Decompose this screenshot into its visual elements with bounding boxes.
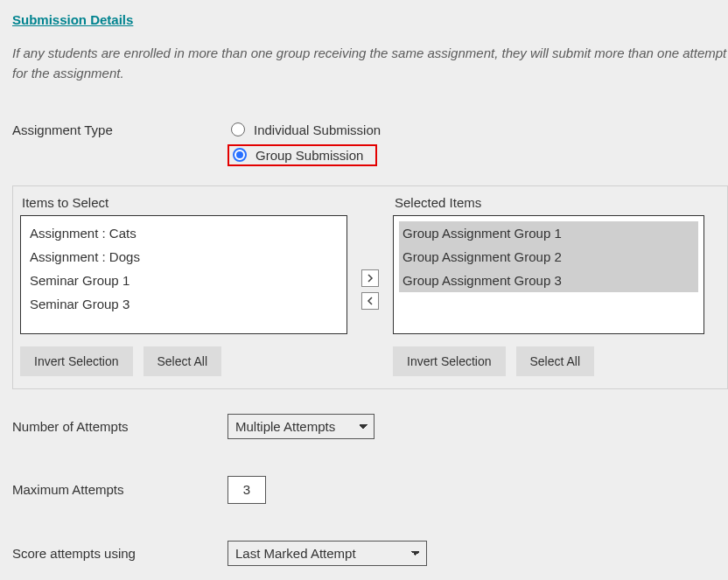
assignment-type-radio-group: Individual Submission Group Submission	[228, 121, 728, 166]
list-item[interactable]: Group Assignment Group 3	[399, 269, 698, 292]
items-to-select-header: Items to Select	[20, 195, 347, 210]
radio-group-submission[interactable]: Group Submission	[228, 144, 377, 166]
move-left-button[interactable]	[361, 292, 379, 310]
selected-items-header: Selected Items	[393, 195, 704, 210]
dual-list-panel: Items to Select Assignment : Cats Assign…	[12, 185, 728, 389]
transfer-buttons	[353, 195, 388, 376]
items-to-select-listbox[interactable]: Assignment : Cats Assignment : Dogs Semi…	[20, 215, 347, 334]
maximum-attempts-label: Maximum Attempts	[12, 482, 228, 497]
select-all-button-right[interactable]: Select All	[516, 346, 595, 376]
number-of-attempts-select[interactable]: Multiple Attempts	[228, 414, 374, 439]
list-item[interactable]: Assignment : Dogs	[26, 245, 341, 269]
selected-items-column: Selected Items Group Assignment Group 1 …	[393, 195, 704, 376]
radio-label: Individual Submission	[254, 122, 381, 137]
radio-label: Group Submission	[256, 148, 363, 163]
invert-selection-button-left[interactable]: Invert Selection	[20, 346, 133, 376]
list-item[interactable]: Seminar Group 3	[26, 292, 341, 316]
section-title[interactable]: Submission Details	[12, 12, 728, 27]
move-right-button[interactable]	[361, 269, 379, 287]
items-to-select-column: Items to Select Assignment : Cats Assign…	[20, 195, 347, 376]
chevron-left-icon	[367, 297, 374, 305]
selected-items-listbox[interactable]: Group Assignment Group 1 Group Assignmen…	[393, 215, 704, 334]
assignment-type-label: Assignment Type	[12, 121, 228, 166]
radio-icon	[233, 148, 247, 162]
select-all-button-left[interactable]: Select All	[144, 346, 222, 376]
list-item[interactable]: Group Assignment Group 1	[399, 221, 698, 245]
list-item[interactable]: Group Assignment Group 2	[399, 245, 698, 269]
maximum-attempts-input[interactable]	[228, 476, 266, 504]
list-item[interactable]: Assignment : Cats	[26, 221, 341, 245]
chevron-right-icon	[367, 274, 374, 283]
score-attempts-using-select[interactable]: Last Marked Attempt	[228, 541, 427, 566]
list-item[interactable]: Seminar Group 1	[26, 269, 341, 292]
info-text: If any students are enrolled in more tha…	[12, 43, 728, 84]
radio-individual-submission[interactable]: Individual Submission	[228, 121, 728, 139]
radio-icon	[231, 122, 245, 136]
number-of-attempts-label: Number of Attempts	[12, 419, 228, 434]
invert-selection-button-right[interactable]: Invert Selection	[393, 346, 506, 376]
score-attempts-using-label: Score attempts using	[12, 546, 228, 561]
